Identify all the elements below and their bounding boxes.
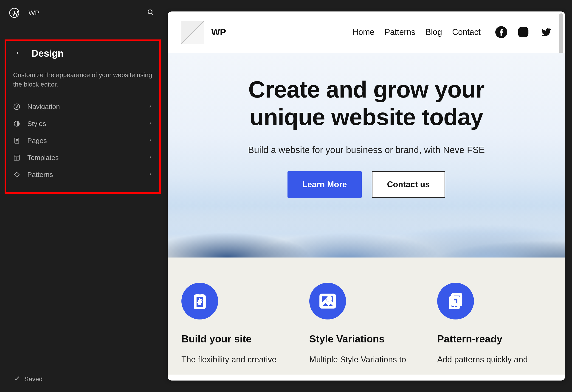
- download-doc-icon: [437, 283, 474, 319]
- social-icons: [495, 26, 551, 38]
- app-root: WP Design Customize the appearance of yo…: [0, 0, 572, 392]
- svg-marker-4: [16, 106, 18, 108]
- svg-rect-10: [14, 155, 19, 160]
- instagram-icon[interactable]: [517, 26, 529, 38]
- contact-us-button[interactable]: Contact us: [372, 171, 445, 198]
- feature-desc: Add patterns quickly and: [437, 354, 551, 365]
- image-icon: [309, 283, 346, 319]
- learn-more-button[interactable]: Learn More: [287, 171, 361, 198]
- feature-title: Style Variations: [309, 333, 423, 345]
- feature-patterns: Pattern-ready Add patterns quickly and: [437, 283, 551, 365]
- svg-rect-13: [14, 172, 19, 177]
- chevron-right-icon: [148, 121, 152, 126]
- nav-link-blog[interactable]: Blog: [426, 27, 442, 37]
- chevron-right-icon: [148, 155, 152, 160]
- menu-item-label: Patterns: [27, 171, 148, 179]
- hero-cta-row: Learn More Contact us: [177, 171, 556, 257]
- menu-item-label: Pages: [27, 137, 148, 145]
- chevron-right-icon: [148, 172, 152, 177]
- menu-item-label: Templates: [27, 154, 148, 162]
- twitter-icon[interactable]: [540, 26, 551, 38]
- site-logo-placeholder[interactable]: [181, 21, 204, 44]
- search-icon: [147, 9, 154, 17]
- site-title[interactable]: WP: [211, 27, 226, 37]
- menu-item-label: Navigation: [27, 103, 148, 111]
- feature-styles: Style Variations Multiple Style Variatio…: [309, 283, 423, 365]
- feature-title: Pattern-ready: [437, 333, 551, 345]
- nav-link-contact[interactable]: Contact: [452, 27, 481, 37]
- sidebar-topbar: WP: [0, 0, 165, 26]
- feature-desc: Multiple Style Variations to: [309, 354, 423, 365]
- diamond-icon: [13, 171, 20, 178]
- menu-item-styles[interactable]: Styles: [11, 115, 155, 132]
- page-icon: [13, 137, 20, 144]
- check-icon: [14, 375, 20, 383]
- site-header: WP Home Patterns Blog Contact: [168, 12, 565, 53]
- hero-section: Create and grow your unique website toda…: [168, 53, 565, 257]
- svg-point-22: [328, 297, 331, 300]
- half-circle-icon: [13, 120, 20, 127]
- menu-item-navigation[interactable]: Navigation: [11, 98, 155, 115]
- battery-icon: [181, 283, 218, 319]
- panel-description: Customize the appearance of your website…: [11, 63, 155, 98]
- hero-heading-line1: Create and grow your: [248, 77, 485, 103]
- saved-label: Saved: [24, 376, 43, 383]
- saved-indicator: Saved: [0, 366, 165, 392]
- feature-build: Build your site The flexibility and crea…: [181, 283, 296, 365]
- svg-line-2: [152, 13, 153, 15]
- site-preview[interactable]: WP Home Patterns Blog Contact: [168, 12, 565, 380]
- nav-link-patterns[interactable]: Patterns: [385, 27, 415, 37]
- hero-heading-line2: unique website today: [250, 104, 483, 130]
- menu-item-patterns[interactable]: Patterns: [11, 166, 155, 183]
- hero-subheading: Build a website for your business or bra…: [177, 145, 556, 155]
- preview-area: WP Home Patterns Blog Contact: [165, 0, 572, 392]
- panel-header: Design: [11, 48, 155, 63]
- design-menu: Navigation Styles Pages: [11, 98, 155, 183]
- chevron-left-icon: [15, 50, 20, 56]
- layout-icon: [13, 154, 20, 161]
- menu-item-templates[interactable]: Templates: [11, 149, 155, 166]
- feature-desc: The flexibility and creative: [181, 354, 296, 365]
- facebook-icon[interactable]: [495, 26, 507, 38]
- menu-item-pages[interactable]: Pages: [11, 132, 155, 149]
- wordpress-logo-icon[interactable]: [9, 8, 19, 18]
- editor-sidebar: WP Design Customize the appearance of yo…: [0, 0, 165, 392]
- svg-point-17: [525, 29, 527, 30]
- features-section: Build your site The flexibility and crea…: [168, 257, 565, 375]
- svg-point-16: [521, 30, 526, 34]
- hero-heading: Create and grow your unique website toda…: [177, 76, 556, 131]
- design-panel-highlight: Design Customize the appearance of your …: [5, 39, 161, 194]
- panel-title: Design: [32, 48, 64, 59]
- site-nav: Home Patterns Blog Contact: [352, 26, 551, 38]
- feature-title: Build your site: [181, 333, 296, 345]
- svg-point-1: [148, 10, 152, 14]
- nav-link-home[interactable]: Home: [352, 27, 375, 37]
- menu-item-label: Styles: [27, 120, 148, 128]
- chevron-right-icon: [148, 138, 152, 143]
- back-button[interactable]: [13, 49, 22, 58]
- chevron-right-icon: [148, 104, 152, 109]
- search-button[interactable]: [145, 7, 156, 18]
- site-name[interactable]: WP: [29, 9, 39, 17]
- compass-icon: [13, 103, 20, 110]
